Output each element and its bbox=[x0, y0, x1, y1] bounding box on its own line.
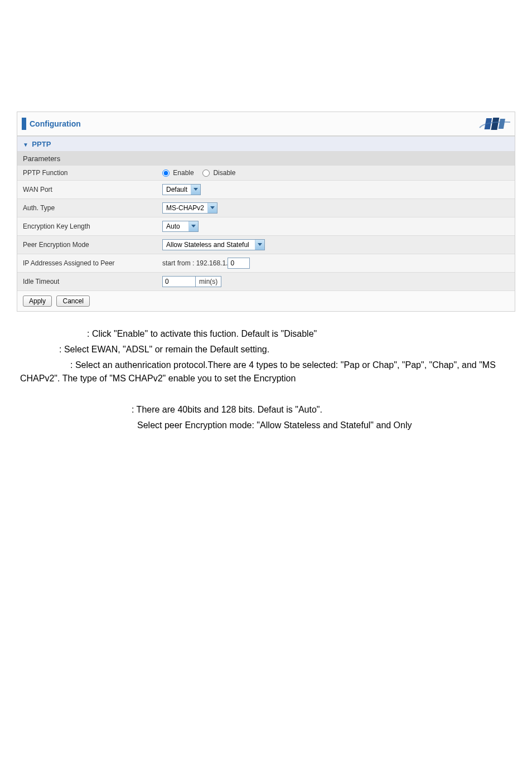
radio-enable-label[interactable]: Enable bbox=[162, 169, 196, 177]
desc-line-3: : Select an authenrication protocol.Ther… bbox=[20, 360, 496, 383]
desc-line-1: : Click "Enable" to activate this fuctio… bbox=[20, 327, 512, 341]
svg-rect-1 bbox=[491, 118, 499, 130]
row-pptp-function: PPTP Function Enable Disable bbox=[17, 166, 515, 181]
label-pptp-function: PPTP Function bbox=[17, 166, 157, 181]
input-ip-last-octet[interactable] bbox=[228, 258, 250, 269]
chevron-down-icon bbox=[191, 185, 200, 195]
chevron-down-icon bbox=[207, 203, 217, 213]
label-auth-type: Auth. Type bbox=[17, 199, 157, 217]
row-idle-timeout: Idle Timeout min(s) bbox=[17, 273, 515, 291]
label-peer-enc-mode: Peer Encryption Mode bbox=[17, 236, 157, 254]
radio-enable[interactable] bbox=[162, 169, 170, 177]
row-peer-enc-mode: Peer Encryption Mode Allow Stateless and… bbox=[17, 236, 515, 254]
input-idle-timeout[interactable] bbox=[162, 276, 196, 287]
section-title: PPTP bbox=[32, 140, 51, 148]
select-peer-enc-mode[interactable]: Allow Stateless and Stateful bbox=[162, 239, 265, 250]
row-ip-assigned: IP Addresses Assigned to Peer start from… bbox=[17, 254, 515, 273]
collapse-arrow-icon: ▼ bbox=[23, 142, 28, 148]
label-idle-timeout: Idle Timeout bbox=[17, 273, 157, 291]
desc-line-4: : There are 40bits and 128 bits. Defaut … bbox=[20, 403, 512, 416]
config-header: Configuration bbox=[17, 112, 515, 136]
chevron-down-icon bbox=[255, 240, 264, 250]
header-accent-bar bbox=[22, 118, 26, 130]
config-panel: Configuration ▼ PPTP Parameters PPTP Fun… bbox=[17, 112, 515, 312]
select-enc-key-length[interactable]: Auto bbox=[162, 221, 199, 232]
chevron-down-icon bbox=[188, 221, 198, 231]
parameters-label: Parameters bbox=[17, 152, 515, 166]
ip-prefix: start from : 192.168.1. bbox=[162, 259, 228, 267]
svg-rect-2 bbox=[499, 119, 505, 129]
form-table: PPTP Function Enable Disable WAN Port bbox=[17, 166, 515, 291]
header-logo bbox=[460, 115, 510, 132]
radio-disable[interactable] bbox=[202, 169, 210, 177]
radio-disable-label[interactable]: Disable bbox=[202, 169, 235, 177]
select-wan-port[interactable]: Default bbox=[162, 184, 201, 195]
desc-line-2: : Select EWAN, "ADSL" or remain the Defa… bbox=[20, 343, 512, 356]
button-row: Apply Cancel bbox=[17, 291, 515, 311]
section-bar[interactable]: ▼ PPTP bbox=[17, 136, 515, 152]
page-title: Configuration bbox=[30, 119, 81, 128]
row-auth-type: Auth. Type MS-CHAPv2 bbox=[17, 199, 515, 217]
label-wan-port: WAN Port bbox=[17, 181, 157, 199]
idle-timeout-unit: min(s) bbox=[196, 276, 221, 287]
cancel-button[interactable]: Cancel bbox=[56, 296, 89, 307]
description-section: : Click "Enable" to activate this fuctio… bbox=[17, 327, 515, 432]
select-auth-type[interactable]: MS-CHAPv2 bbox=[162, 202, 217, 214]
row-enc-key-length: Encryption Key Length Auto bbox=[17, 217, 515, 236]
apply-button[interactable]: Apply bbox=[23, 296, 52, 307]
label-enc-key-length: Encryption Key Length bbox=[17, 217, 157, 236]
row-wan-port: WAN Port Default bbox=[17, 181, 515, 199]
label-ip-assigned: IP Addresses Assigned to Peer bbox=[17, 254, 157, 273]
desc-line-5: Select peer Encryption mode: "Allow Stat… bbox=[20, 419, 512, 432]
